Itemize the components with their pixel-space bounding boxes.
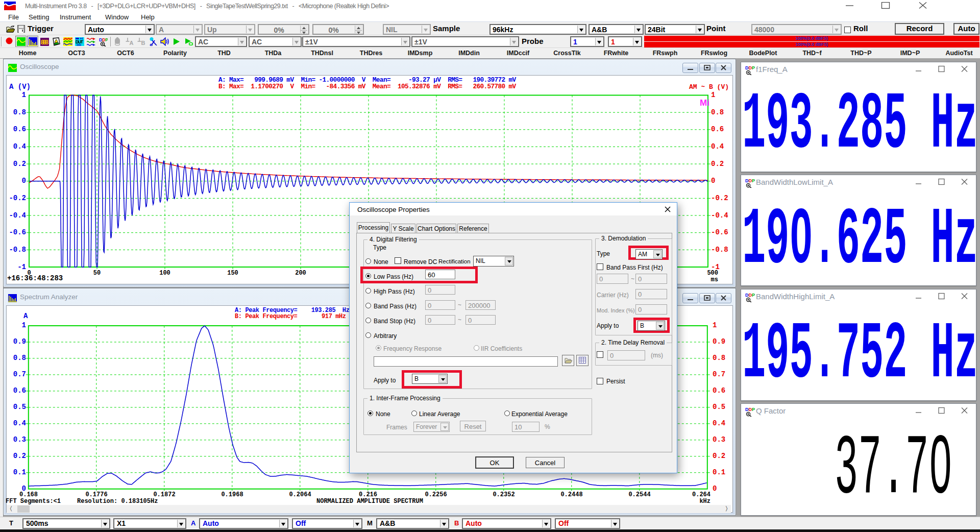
svg-text:DDP: DDP	[99, 37, 108, 42]
svg-text:37.70: 37.70	[835, 421, 952, 516]
svg-text:195.752 Hz: 195.752 Hz	[742, 309, 977, 400]
svg-text:000: 000	[77, 43, 81, 46]
svg-text:A: A	[130, 40, 134, 45]
svg-text:888: 888	[41, 39, 49, 46]
svg-text:190.625 Hz: 190.625 Hz	[742, 195, 977, 286]
svg-text:B: B	[141, 40, 145, 45]
svg-text:193.285 Hz: 193.285 Hz	[742, 80, 977, 171]
